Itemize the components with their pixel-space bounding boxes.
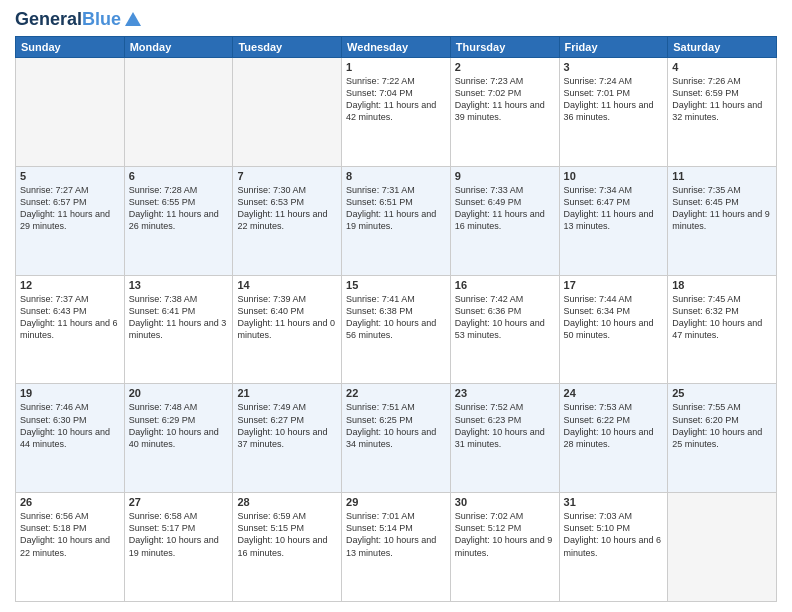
calendar-cell: 19Sunrise: 7:46 AM Sunset: 6:30 PM Dayli… bbox=[16, 384, 125, 493]
day-info: Sunrise: 7:51 AM Sunset: 6:25 PM Dayligh… bbox=[346, 401, 446, 450]
calendar-week-row: 12Sunrise: 7:37 AM Sunset: 6:43 PM Dayli… bbox=[16, 275, 777, 384]
calendar-cell: 7Sunrise: 7:30 AM Sunset: 6:53 PM Daylig… bbox=[233, 166, 342, 275]
weekday-header-tuesday: Tuesday bbox=[233, 37, 342, 58]
day-number: 19 bbox=[20, 387, 120, 399]
day-number: 18 bbox=[672, 279, 772, 291]
svg-marker-0 bbox=[125, 12, 141, 26]
day-number: 14 bbox=[237, 279, 337, 291]
logo-icon bbox=[123, 10, 143, 30]
day-info: Sunrise: 7:27 AM Sunset: 6:57 PM Dayligh… bbox=[20, 184, 120, 233]
day-info: Sunrise: 7:52 AM Sunset: 6:23 PM Dayligh… bbox=[455, 401, 555, 450]
day-info: Sunrise: 7:34 AM Sunset: 6:47 PM Dayligh… bbox=[564, 184, 664, 233]
day-info: Sunrise: 7:48 AM Sunset: 6:29 PM Dayligh… bbox=[129, 401, 229, 450]
calendar-cell: 17Sunrise: 7:44 AM Sunset: 6:34 PM Dayli… bbox=[559, 275, 668, 384]
calendar-cell: 14Sunrise: 7:39 AM Sunset: 6:40 PM Dayli… bbox=[233, 275, 342, 384]
header: GeneralBlue bbox=[15, 10, 777, 30]
day-info: Sunrise: 7:28 AM Sunset: 6:55 PM Dayligh… bbox=[129, 184, 229, 233]
calendar-cell: 16Sunrise: 7:42 AM Sunset: 6:36 PM Dayli… bbox=[450, 275, 559, 384]
day-info: Sunrise: 7:24 AM Sunset: 7:01 PM Dayligh… bbox=[564, 75, 664, 124]
day-info: Sunrise: 6:58 AM Sunset: 5:17 PM Dayligh… bbox=[129, 510, 229, 559]
calendar-cell: 31Sunrise: 7:03 AM Sunset: 5:10 PM Dayli… bbox=[559, 493, 668, 602]
day-number: 31 bbox=[564, 496, 664, 508]
weekday-header-saturday: Saturday bbox=[668, 37, 777, 58]
day-number: 8 bbox=[346, 170, 446, 182]
day-info: Sunrise: 7:30 AM Sunset: 6:53 PM Dayligh… bbox=[237, 184, 337, 233]
day-number: 1 bbox=[346, 61, 446, 73]
day-info: Sunrise: 7:45 AM Sunset: 6:32 PM Dayligh… bbox=[672, 293, 772, 342]
day-number: 6 bbox=[129, 170, 229, 182]
day-number: 10 bbox=[564, 170, 664, 182]
day-info: Sunrise: 7:39 AM Sunset: 6:40 PM Dayligh… bbox=[237, 293, 337, 342]
day-info: Sunrise: 7:22 AM Sunset: 7:04 PM Dayligh… bbox=[346, 75, 446, 124]
day-number: 28 bbox=[237, 496, 337, 508]
day-number: 15 bbox=[346, 279, 446, 291]
day-info: Sunrise: 7:49 AM Sunset: 6:27 PM Dayligh… bbox=[237, 401, 337, 450]
day-number: 2 bbox=[455, 61, 555, 73]
day-number: 30 bbox=[455, 496, 555, 508]
calendar-cell: 10Sunrise: 7:34 AM Sunset: 6:47 PM Dayli… bbox=[559, 166, 668, 275]
calendar-cell: 3Sunrise: 7:24 AM Sunset: 7:01 PM Daylig… bbox=[559, 58, 668, 167]
logo-text: GeneralBlue bbox=[15, 10, 121, 30]
calendar-cell bbox=[668, 493, 777, 602]
calendar-cell: 18Sunrise: 7:45 AM Sunset: 6:32 PM Dayli… bbox=[668, 275, 777, 384]
day-info: Sunrise: 7:41 AM Sunset: 6:38 PM Dayligh… bbox=[346, 293, 446, 342]
day-info: Sunrise: 7:55 AM Sunset: 6:20 PM Dayligh… bbox=[672, 401, 772, 450]
calendar-cell: 22Sunrise: 7:51 AM Sunset: 6:25 PM Dayli… bbox=[342, 384, 451, 493]
day-number: 11 bbox=[672, 170, 772, 182]
weekday-header-thursday: Thursday bbox=[450, 37, 559, 58]
day-number: 12 bbox=[20, 279, 120, 291]
day-info: Sunrise: 7:53 AM Sunset: 6:22 PM Dayligh… bbox=[564, 401, 664, 450]
calendar-cell: 30Sunrise: 7:02 AM Sunset: 5:12 PM Dayli… bbox=[450, 493, 559, 602]
calendar-cell: 12Sunrise: 7:37 AM Sunset: 6:43 PM Dayli… bbox=[16, 275, 125, 384]
calendar-week-row: 19Sunrise: 7:46 AM Sunset: 6:30 PM Dayli… bbox=[16, 384, 777, 493]
day-number: 13 bbox=[129, 279, 229, 291]
day-info: Sunrise: 7:33 AM Sunset: 6:49 PM Dayligh… bbox=[455, 184, 555, 233]
calendar-cell: 8Sunrise: 7:31 AM Sunset: 6:51 PM Daylig… bbox=[342, 166, 451, 275]
calendar-cell: 23Sunrise: 7:52 AM Sunset: 6:23 PM Dayli… bbox=[450, 384, 559, 493]
calendar-cell: 4Sunrise: 7:26 AM Sunset: 6:59 PM Daylig… bbox=[668, 58, 777, 167]
calendar-week-row: 1Sunrise: 7:22 AM Sunset: 7:04 PM Daylig… bbox=[16, 58, 777, 167]
calendar-cell: 5Sunrise: 7:27 AM Sunset: 6:57 PM Daylig… bbox=[16, 166, 125, 275]
calendar-cell: 13Sunrise: 7:38 AM Sunset: 6:41 PM Dayli… bbox=[124, 275, 233, 384]
day-info: Sunrise: 7:02 AM Sunset: 5:12 PM Dayligh… bbox=[455, 510, 555, 559]
calendar-cell bbox=[124, 58, 233, 167]
calendar-table: SundayMondayTuesdayWednesdayThursdayFrid… bbox=[15, 36, 777, 602]
calendar-week-row: 26Sunrise: 6:56 AM Sunset: 5:18 PM Dayli… bbox=[16, 493, 777, 602]
day-number: 25 bbox=[672, 387, 772, 399]
day-number: 21 bbox=[237, 387, 337, 399]
calendar-cell: 15Sunrise: 7:41 AM Sunset: 6:38 PM Dayli… bbox=[342, 275, 451, 384]
day-info: Sunrise: 7:38 AM Sunset: 6:41 PM Dayligh… bbox=[129, 293, 229, 342]
day-info: Sunrise: 7:35 AM Sunset: 6:45 PM Dayligh… bbox=[672, 184, 772, 233]
day-number: 5 bbox=[20, 170, 120, 182]
weekday-header-wednesday: Wednesday bbox=[342, 37, 451, 58]
day-number: 17 bbox=[564, 279, 664, 291]
day-number: 3 bbox=[564, 61, 664, 73]
day-info: Sunrise: 7:46 AM Sunset: 6:30 PM Dayligh… bbox=[20, 401, 120, 450]
day-info: Sunrise: 7:31 AM Sunset: 6:51 PM Dayligh… bbox=[346, 184, 446, 233]
calendar-cell: 11Sunrise: 7:35 AM Sunset: 6:45 PM Dayli… bbox=[668, 166, 777, 275]
calendar-cell: 21Sunrise: 7:49 AM Sunset: 6:27 PM Dayli… bbox=[233, 384, 342, 493]
day-number: 20 bbox=[129, 387, 229, 399]
calendar-cell: 6Sunrise: 7:28 AM Sunset: 6:55 PM Daylig… bbox=[124, 166, 233, 275]
weekday-header-friday: Friday bbox=[559, 37, 668, 58]
day-info: Sunrise: 7:26 AM Sunset: 6:59 PM Dayligh… bbox=[672, 75, 772, 124]
calendar-cell: 24Sunrise: 7:53 AM Sunset: 6:22 PM Dayli… bbox=[559, 384, 668, 493]
day-number: 4 bbox=[672, 61, 772, 73]
calendar-cell bbox=[233, 58, 342, 167]
weekday-header-sunday: Sunday bbox=[16, 37, 125, 58]
calendar-cell: 28Sunrise: 6:59 AM Sunset: 5:15 PM Dayli… bbox=[233, 493, 342, 602]
day-number: 24 bbox=[564, 387, 664, 399]
calendar-cell: 25Sunrise: 7:55 AM Sunset: 6:20 PM Dayli… bbox=[668, 384, 777, 493]
calendar-cell bbox=[16, 58, 125, 167]
day-number: 22 bbox=[346, 387, 446, 399]
day-number: 26 bbox=[20, 496, 120, 508]
day-number: 29 bbox=[346, 496, 446, 508]
calendar-week-row: 5Sunrise: 7:27 AM Sunset: 6:57 PM Daylig… bbox=[16, 166, 777, 275]
day-info: Sunrise: 7:01 AM Sunset: 5:14 PM Dayligh… bbox=[346, 510, 446, 559]
weekday-header-monday: Monday bbox=[124, 37, 233, 58]
day-info: Sunrise: 7:42 AM Sunset: 6:36 PM Dayligh… bbox=[455, 293, 555, 342]
day-number: 16 bbox=[455, 279, 555, 291]
calendar-cell: 29Sunrise: 7:01 AM Sunset: 5:14 PM Dayli… bbox=[342, 493, 451, 602]
calendar-cell: 20Sunrise: 7:48 AM Sunset: 6:29 PM Dayli… bbox=[124, 384, 233, 493]
day-number: 27 bbox=[129, 496, 229, 508]
